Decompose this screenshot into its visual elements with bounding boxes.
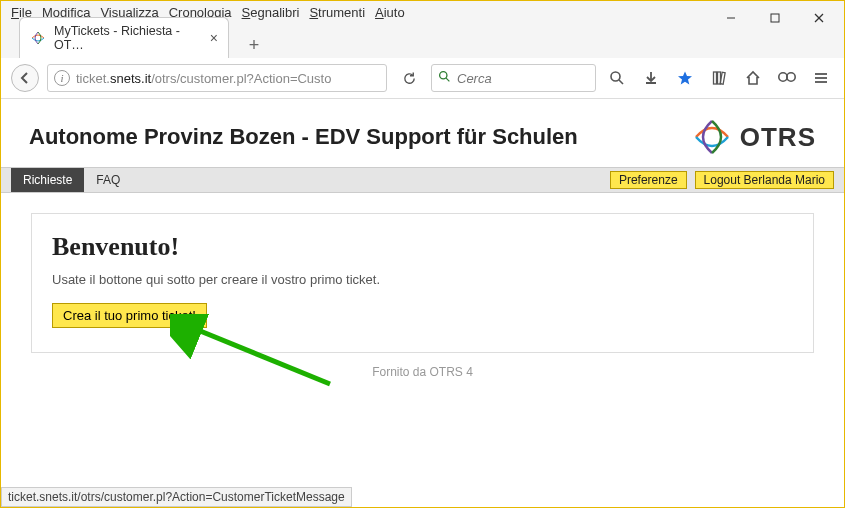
mask-icon[interactable]	[774, 65, 800, 91]
address-bar[interactable]: i ticket.snets.it/otrs/customer.pl?Actio…	[47, 64, 387, 92]
reload-button[interactable]	[395, 64, 423, 92]
hamburger-menu-icon[interactable]	[808, 65, 834, 91]
tab-title: MyTickets - Richiesta - OT…	[54, 24, 202, 52]
svg-point-12	[787, 73, 795, 81]
new-tab-button[interactable]: +	[241, 32, 267, 58]
back-button[interactable]	[11, 64, 39, 92]
page-footer: Fornito da OTRS 4	[1, 365, 844, 379]
welcome-intro: Usate il bottone qui sotto per creare il…	[52, 272, 793, 287]
home-icon[interactable]	[740, 65, 766, 91]
page-header: Autonome Provinz Bozen - EDV Support für…	[1, 99, 844, 167]
browser-toolbar: i ticket.snets.it/otrs/customer.pl?Actio…	[1, 58, 844, 99]
page-title: Autonome Provinz Bozen - EDV Support für…	[29, 124, 578, 150]
search-box[interactable]	[431, 64, 596, 92]
nav-richieste[interactable]: Richieste	[11, 168, 84, 192]
site-info-icon[interactable]: i	[54, 70, 70, 86]
create-ticket-button[interactable]: Crea il tuo primo ticket!	[52, 303, 207, 328]
otrs-logo-icon	[692, 117, 732, 157]
page-nav: Richieste FAQ Preferenze Logout Berlanda…	[1, 167, 844, 193]
sidebar-bookmarks-icon[interactable]	[706, 65, 732, 91]
nav-preferences[interactable]: Preferenze	[610, 171, 687, 189]
menu-help[interactable]: Aiuto	[375, 5, 405, 20]
status-bar: ticket.snets.it/otrs/customer.pl?Action=…	[1, 487, 352, 507]
browser-tab[interactable]: MyTickets - Richiesta - OT… ×	[19, 17, 229, 58]
svg-rect-1	[771, 14, 779, 22]
menu-bookmarks[interactable]: Segnalibri	[242, 5, 300, 20]
welcome-heading: Benvenuto!	[52, 232, 793, 262]
bookmark-star-icon[interactable]	[672, 65, 698, 91]
svg-line-7	[619, 80, 623, 84]
welcome-panel: Benvenuto! Usate il bottone qui sotto pe…	[31, 213, 814, 353]
nav-logout[interactable]: Logout Berlanda Mario	[695, 171, 834, 189]
svg-rect-8	[714, 72, 717, 84]
toolbar-search-icon[interactable]	[604, 65, 630, 91]
tab-favicon-icon	[30, 30, 46, 46]
svg-point-6	[611, 72, 620, 81]
url-text: ticket.snets.it/otrs/customer.pl?Action=…	[76, 71, 380, 86]
nav-faq[interactable]: FAQ	[84, 168, 132, 192]
tab-close-button[interactable]: ×	[210, 30, 218, 46]
search-input[interactable]	[457, 71, 589, 86]
otrs-logo: OTRS	[692, 117, 816, 157]
page-content: Autonome Provinz Bozen - EDV Support für…	[1, 99, 844, 379]
otrs-logo-text: OTRS	[740, 122, 816, 153]
tab-bar: MyTickets - Richiesta - OT… × +	[1, 24, 844, 58]
downloads-icon[interactable]	[638, 65, 664, 91]
search-engine-icon	[438, 70, 451, 86]
svg-point-11	[779, 73, 787, 81]
svg-line-5	[446, 78, 449, 81]
svg-point-4	[440, 72, 447, 79]
menu-tools[interactable]: Strumenti	[309, 5, 365, 20]
